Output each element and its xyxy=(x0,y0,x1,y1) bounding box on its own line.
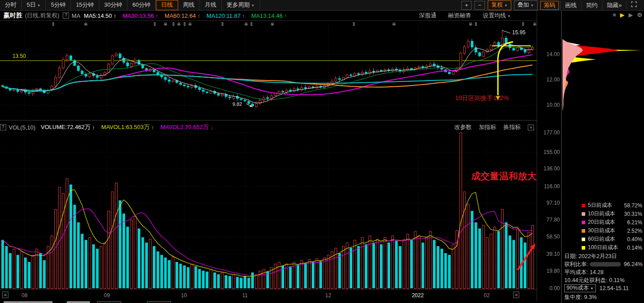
scroll-right-button[interactable]: » xyxy=(513,291,519,298)
x-axis-label: 2022 xyxy=(412,292,424,299)
volume-chart-canvas[interactable] xyxy=(0,132,537,290)
volume-tick-label: 0.00 xyxy=(538,285,560,291)
bottom-button[interactable] xyxy=(4,301,53,303)
toolbar-button[interactable]: 画线 xyxy=(560,1,581,10)
play-flag-gray-icon[interactable]: ▶ xyxy=(628,12,633,18)
bottom-button[interactable] xyxy=(147,301,171,303)
ma-value-label: MA120:11.87 ↑ xyxy=(207,12,245,19)
event-marker-icon[interactable]: ※ xyxy=(533,21,537,27)
info-links: 深股通 融资融券 设置均线▼ xyxy=(419,12,537,20)
volume-help-icon[interactable]: ? xyxy=(0,124,6,130)
legend-item: 100日前成本0.14% xyxy=(582,243,642,252)
profit-ratio-label: 获利比率: xyxy=(564,261,588,268)
toolbar-button[interactable]: 简约 xyxy=(581,1,602,10)
link-shengutong[interactable]: 深股通 xyxy=(419,12,436,20)
volume-tick-label: 177.00 xyxy=(538,129,560,136)
event-marker-icon[interactable]: ⇕ xyxy=(51,21,55,27)
volume-tick-label: 19.80 xyxy=(538,268,560,274)
avg-cost-label: 平均成本: xyxy=(564,269,588,276)
volume-tick-label: 58.50 xyxy=(538,234,560,240)
chart-tools-toolbar: +−复权▼叠加▼筹码画线简约隐藏» xyxy=(460,0,644,10)
volume-pane-header: ? VOL(5,10) VOLUME:72.462万 ↑ MAVOL1:63.5… xyxy=(0,123,537,132)
toolbar-button[interactable]: 隐藏» xyxy=(602,1,626,10)
timeframe-button[interactable]: 60分钟 xyxy=(127,0,155,10)
profit-ratio-value: 96.24% xyxy=(624,261,643,267)
event-marker-icon[interactable]: ⇕ xyxy=(352,21,356,27)
pane-splitter[interactable] xyxy=(0,120,537,121)
event-marker-icon[interactable]: ⇕ xyxy=(249,21,253,27)
close-indicator-icon[interactable]: × xyxy=(528,125,534,130)
link-margin-trading[interactable]: 融资融券 xyxy=(448,12,471,20)
event-marker-icon[interactable]: ⇕ xyxy=(521,21,525,27)
list-icon[interactable]: ≡ xyxy=(613,12,616,18)
low-price-label: 9.82 xyxy=(232,101,242,107)
timeframe-button[interactable]: 5分钟 xyxy=(46,0,71,10)
mavol2-dir-arrow: ↓ xyxy=(210,124,213,131)
axis-divider xyxy=(537,11,537,301)
play-flag-yellow-icon[interactable]: ▶ xyxy=(620,12,624,18)
timeframe-toolbar: 分时5日▼5分钟15分钟30分钟60分钟日线周线月线更多周期▼ xyxy=(0,0,260,10)
legend-label: 60日前成本 xyxy=(588,235,627,243)
help-icon[interactable]: ? xyxy=(63,12,69,19)
ma-value-label: MA30:13.56 ↑ xyxy=(122,12,158,19)
toolbar-button[interactable]: 筹码 xyxy=(540,1,559,10)
add-indicator-button[interactable]: 加指标 xyxy=(479,123,496,131)
event-marker-icon[interactable]: ※ xyxy=(163,21,167,27)
switch-indicator-button[interactable]: 换指标 xyxy=(503,123,521,131)
x-axis-label: 08 xyxy=(21,292,27,299)
panel-divider[interactable] xyxy=(561,11,562,303)
legend-label: 5日前成本 xyxy=(588,202,624,209)
toolbar-button[interactable]: 复权▼ xyxy=(488,0,511,10)
event-marker-icon[interactable]: ⇕ xyxy=(183,21,187,27)
timeframe-button[interactable]: 15分钟 xyxy=(71,0,99,10)
bottom-button[interactable] xyxy=(97,301,121,303)
x-axis-label: 11 xyxy=(242,292,248,299)
event-marker-icon[interactable]: ※ xyxy=(188,21,192,27)
toolbar-button[interactable]: − xyxy=(474,1,485,10)
timeframe-button[interactable]: 月线 xyxy=(200,0,222,10)
event-marker-icon[interactable]: ※ xyxy=(177,21,181,27)
event-marker-icon[interactable]: ※ xyxy=(84,21,88,27)
price-chart-canvas[interactable] xyxy=(0,20,537,120)
turnover-annotation: 10日区间换手112% xyxy=(455,94,509,102)
event-marker-icon[interactable]: ※ xyxy=(270,21,274,27)
timeframe-button[interactable]: 5日▼ xyxy=(22,0,46,10)
legend-color-swatch xyxy=(582,238,585,241)
timeframe-button[interactable]: 分时 xyxy=(0,0,22,10)
toolbar-button[interactable]: 叠加▼ xyxy=(514,0,538,10)
cost-range-dropdown[interactable]: 90%成本▼ xyxy=(564,284,596,292)
event-marker-icon[interactable]: ⇕ xyxy=(474,21,478,27)
legend-label: 30日前成本 xyxy=(588,227,627,234)
bottom-button[interactable] xyxy=(67,301,90,303)
ma-value-label: MA60:12.64 ↑ xyxy=(165,12,200,19)
trading-app-window: 分时5日▼5分钟15分钟30分钟60分钟日线周线月线更多周期▼ +−复权▼叠加▼… xyxy=(0,0,644,303)
concentration-label: 集中度: xyxy=(564,294,583,301)
timeframe-button[interactable]: 30分钟 xyxy=(99,0,127,10)
timeframe-button[interactable]: 周线 xyxy=(178,0,200,10)
legend-value: 0.14% xyxy=(627,245,642,251)
timeframe-button[interactable]: 更多周期▼ xyxy=(222,0,260,10)
event-marker-icon[interactable]: ※ xyxy=(469,21,473,27)
change-params-button[interactable]: 改参数 xyxy=(454,123,472,131)
event-marker-icon[interactable]: ⇕ xyxy=(220,21,224,27)
ma-settings-dropdown[interactable]: 设置均线▼ xyxy=(483,12,511,20)
volume-value-label: VOLUME:72.462万 xyxy=(41,123,90,131)
event-marker-icon[interactable]: ⇕ xyxy=(171,21,175,27)
event-marker-icon[interactable]: ※ xyxy=(244,21,248,27)
legend-value: 6.21% xyxy=(627,219,642,226)
chip-distribution-canvas[interactable] xyxy=(562,20,644,120)
gear-icon[interactable]: ⚙ xyxy=(637,12,642,18)
scroll-left-button[interactable]: « xyxy=(2,291,8,298)
chevron-down-icon: ▼ xyxy=(37,4,41,8)
bottom-button-strip xyxy=(0,301,537,303)
price-tick-label: 12.00 xyxy=(538,77,560,83)
chevron-down-icon: ▼ xyxy=(530,4,534,8)
toolbar-button[interactable]: + xyxy=(461,1,472,10)
event-marker-icon[interactable]: ⇕ xyxy=(153,21,157,27)
timeframe-button[interactable]: 日线 xyxy=(156,0,178,10)
mavol1-label: MAVOL1:63.503万 xyxy=(101,123,149,131)
volume-dir-arrow: ↑ xyxy=(92,124,95,131)
fullscreen-icon[interactable] xyxy=(626,1,641,10)
mavol2-label: MAVOL2:70.652万 xyxy=(160,123,208,131)
event-marker-icon[interactable]: ※ xyxy=(392,21,396,27)
